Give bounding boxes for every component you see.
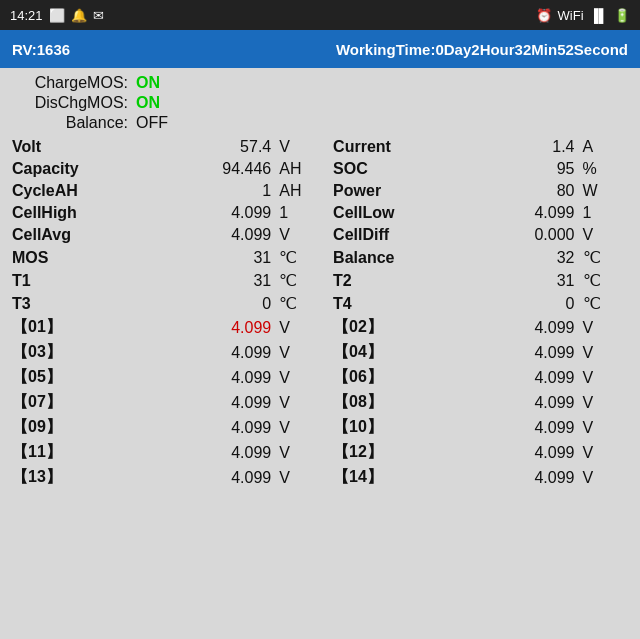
value1-11: 4.099 xyxy=(151,390,276,415)
notification-icon: 🔔 xyxy=(71,8,87,23)
label1-12: 【09】 xyxy=(8,415,151,440)
table-row: 【03】 4.099 V 【04】 4.099 V xyxy=(8,340,632,365)
unit1-6: ℃ xyxy=(275,269,329,292)
unit2-11: V xyxy=(579,390,632,415)
value2-11: 4.099 xyxy=(472,390,579,415)
label2-9: 【04】 xyxy=(329,340,472,365)
unit1-7: ℃ xyxy=(275,292,329,315)
table-row: Capacity 94.446 AH SOC 95 % xyxy=(8,158,632,180)
label1-0: Volt xyxy=(8,136,151,158)
label2-1: SOC xyxy=(329,158,472,180)
battery-icon: 🔋 xyxy=(614,8,630,23)
value1-9: 4.099 xyxy=(151,340,276,365)
unit1-14: V xyxy=(275,465,329,490)
value1-1: 94.446 xyxy=(151,158,276,180)
table-row: Volt 57.4 V Current 1.4 A xyxy=(8,136,632,158)
table-row: MOS 31 ℃ Balance 32 ℃ xyxy=(8,246,632,269)
value2-7: 0 xyxy=(472,292,579,315)
label2-11: 【08】 xyxy=(329,390,472,415)
label1-2: CycleAH xyxy=(8,180,151,202)
value1-10: 4.099 xyxy=(151,365,276,390)
table-row: T1 31 ℃ T2 31 ℃ xyxy=(8,269,632,292)
main-content: ChargeMOS: ON DisChgMOS: ON Balance: OFF… xyxy=(0,68,640,496)
unit1-12: V xyxy=(275,415,329,440)
table-row: 【07】 4.099 V 【08】 4.099 V xyxy=(8,390,632,415)
label2-3: CellLow xyxy=(329,202,472,224)
unit1-9: V xyxy=(275,340,329,365)
unit1-8: V xyxy=(275,315,329,340)
dischg-mos-value: ON xyxy=(136,94,160,112)
table-row: 【13】 4.099 V 【14】 4.099 V xyxy=(8,465,632,490)
label1-5: MOS xyxy=(8,246,151,269)
balance-status-label: Balance: xyxy=(8,114,128,132)
table-row: T3 0 ℃ T4 0 ℃ xyxy=(8,292,632,315)
value1-8: 4.099 xyxy=(151,315,276,340)
unit1-3: 1 xyxy=(275,202,329,224)
value1-12: 4.099 xyxy=(151,415,276,440)
value2-5: 32 xyxy=(472,246,579,269)
value2-3: 4.099 xyxy=(472,202,579,224)
unit2-7: ℃ xyxy=(579,292,632,315)
value2-8: 4.099 xyxy=(472,315,579,340)
value1-6: 31 xyxy=(151,269,276,292)
label1-9: 【03】 xyxy=(8,340,151,365)
working-time: WorkingTime:0Day2Hour32Min52Second xyxy=(336,41,628,58)
label2-0: Current xyxy=(329,136,472,158)
unit2-0: A xyxy=(579,136,632,158)
label2-14: 【14】 xyxy=(329,465,472,490)
label1-6: T1 xyxy=(8,269,151,292)
balance-status-row: Balance: OFF xyxy=(8,114,632,132)
table-row: 【11】 4.099 V 【12】 4.099 V xyxy=(8,440,632,465)
label1-4: CellAvg xyxy=(8,224,151,246)
unit1-1: AH xyxy=(275,158,329,180)
value2-2: 80 xyxy=(472,180,579,202)
label2-8: 【02】 xyxy=(329,315,472,340)
label1-1: Capacity xyxy=(8,158,151,180)
value1-3: 4.099 xyxy=(151,202,276,224)
data-table: Volt 57.4 V Current 1.4 A Capacity 94.44… xyxy=(8,136,632,490)
label1-7: T3 xyxy=(8,292,151,315)
unit1-10: V xyxy=(275,365,329,390)
unit1-11: V xyxy=(275,390,329,415)
unit2-3: 1 xyxy=(579,202,632,224)
label1-14: 【13】 xyxy=(8,465,151,490)
value1-7: 0 xyxy=(151,292,276,315)
unit2-10: V xyxy=(579,365,632,390)
value2-4: 0.000 xyxy=(472,224,579,246)
dischg-mos-row: DisChgMOS: ON xyxy=(8,94,632,112)
charge-mos-value: ON xyxy=(136,74,160,92)
status-bar: 14:21 ⬜ 🔔 ✉ ⏰ WiFi ▐▌ 🔋 xyxy=(0,0,640,30)
charge-mos-label: ChargeMOS: xyxy=(8,74,128,92)
label2-13: 【12】 xyxy=(329,440,472,465)
label2-5: Balance xyxy=(329,246,472,269)
unit2-13: V xyxy=(579,440,632,465)
unit2-8: V xyxy=(579,315,632,340)
label1-10: 【05】 xyxy=(8,365,151,390)
label2-4: CellDiff xyxy=(329,224,472,246)
label1-8: 【01】 xyxy=(8,315,151,340)
table-row: 【01】 4.099 V 【02】 4.099 V xyxy=(8,315,632,340)
label2-6: T2 xyxy=(329,269,472,292)
header-bar: RV:1636 WorkingTime:0Day2Hour32Min52Seco… xyxy=(0,30,640,68)
label1-3: CellHigh xyxy=(8,202,151,224)
value2-13: 4.099 xyxy=(472,440,579,465)
screen-record-icon: ⬜ xyxy=(49,8,65,23)
balance-status-value: OFF xyxy=(136,114,168,132)
label2-2: Power xyxy=(329,180,472,202)
table-row: 【05】 4.099 V 【06】 4.099 V xyxy=(8,365,632,390)
unit2-1: % xyxy=(579,158,632,180)
time-display: 14:21 xyxy=(10,8,43,23)
label2-10: 【06】 xyxy=(329,365,472,390)
value2-0: 1.4 xyxy=(472,136,579,158)
value1-13: 4.099 xyxy=(151,440,276,465)
unit2-6: ℃ xyxy=(579,269,632,292)
label1-13: 【11】 xyxy=(8,440,151,465)
unit1-5: ℃ xyxy=(275,246,329,269)
value2-6: 31 xyxy=(472,269,579,292)
message-icon: ✉ xyxy=(93,8,104,23)
value2-14: 4.099 xyxy=(472,465,579,490)
table-row: CycleAH 1 AH Power 80 W xyxy=(8,180,632,202)
alarm-icon: ⏰ xyxy=(536,8,552,23)
value1-2: 1 xyxy=(151,180,276,202)
label2-12: 【10】 xyxy=(329,415,472,440)
